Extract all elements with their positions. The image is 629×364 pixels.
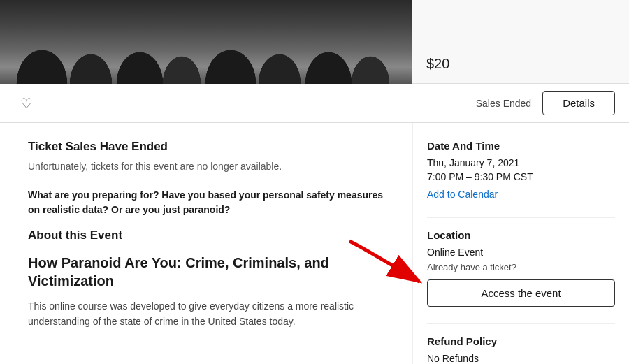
already-ticket-label: Already have a ticket? bbox=[427, 262, 615, 272]
right-panel-top: $20 bbox=[412, 0, 629, 83]
event-date: Thu, January 7, 2021 bbox=[427, 157, 615, 168]
action-bar: ♡ Sales Ended Details bbox=[0, 84, 629, 123]
heart-icon: ♡ bbox=[20, 95, 33, 112]
location-section: Location Online Event Already have a tic… bbox=[427, 229, 615, 307]
refund-section: Refund Policy No Refunds bbox=[427, 335, 615, 364]
divider-2 bbox=[427, 323, 615, 324]
no-refunds-label: No Refunds bbox=[427, 353, 615, 364]
refund-title: Refund Policy bbox=[427, 335, 615, 347]
access-event-button[interactable]: Access the event bbox=[427, 279, 615, 307]
date-time-title: Date And Time bbox=[427, 140, 615, 152]
crowd-overlay bbox=[0, 0, 412, 84]
event-description: This online course was developed to give… bbox=[28, 298, 384, 330]
event-main-title: How Paranoid Are You: Crime, Criminals, … bbox=[28, 254, 384, 290]
event-image bbox=[0, 0, 412, 84]
top-section: $20 bbox=[0, 0, 629, 84]
safety-question: What are you preparing for? Have you bas… bbox=[28, 188, 384, 217]
favorite-button[interactable]: ♡ bbox=[14, 91, 39, 116]
right-sidebar: Date And Time Thu, January 7, 2021 7:00 … bbox=[412, 123, 629, 364]
details-button[interactable]: Details bbox=[542, 91, 615, 115]
divider-1 bbox=[427, 217, 615, 218]
sales-ended-label: Sales Ended bbox=[476, 98, 531, 109]
date-time-section: Date And Time Thu, January 7, 2021 7:00 … bbox=[427, 140, 615, 201]
event-title-line1: How Paranoid Are You: Crime, Criminals, … bbox=[28, 255, 329, 270]
about-title: About this Event bbox=[28, 228, 384, 242]
event-price: $20 bbox=[426, 56, 449, 72]
ticket-sales-desc: Unfortunately, tickets for this event ar… bbox=[28, 159, 384, 174]
location-type: Online Event bbox=[427, 247, 615, 258]
event-title-line2: Victimization bbox=[28, 273, 114, 289]
add-calendar-link[interactable]: Add to Calendar bbox=[427, 189, 498, 200]
location-title: Location bbox=[427, 229, 615, 241]
event-time: 7:00 PM – 9:30 PM CST bbox=[427, 171, 615, 182]
ticket-sales-title: Ticket Sales Have Ended bbox=[28, 140, 384, 154]
left-content: Ticket Sales Have Ended Unfortunately, t… bbox=[0, 123, 412, 364]
main-content: Ticket Sales Have Ended Unfortunately, t… bbox=[0, 123, 629, 364]
